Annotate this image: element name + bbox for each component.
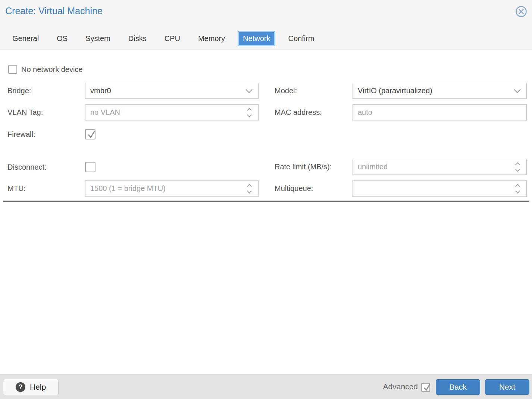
dialog-footer: ? Help Advanced Back Next xyxy=(0,374,532,399)
mac-address-field xyxy=(353,104,527,120)
chevron-down-icon xyxy=(245,86,252,93)
tab-network[interactable]: Network xyxy=(238,31,275,46)
vlan-tag-input[interactable] xyxy=(85,105,258,120)
bridge-label: Bridge: xyxy=(7,86,31,95)
bridge-field xyxy=(85,83,259,99)
rate-limit-input[interactable] xyxy=(353,159,526,175)
mtu-field xyxy=(85,180,259,197)
chevron-up-icon xyxy=(247,184,252,189)
tab-os[interactable]: OS xyxy=(57,34,68,43)
network-tab-panel: No network device Bridge: Model: VLAN Ta… xyxy=(0,50,532,374)
help-button[interactable]: ? Help xyxy=(3,379,59,395)
model-dropdown-trigger[interactable] xyxy=(511,83,523,98)
chevron-up-icon xyxy=(515,162,520,167)
tab-memory[interactable]: Memory xyxy=(198,34,225,43)
chevron-down-icon xyxy=(514,86,520,93)
bridge-input[interactable] xyxy=(85,83,258,98)
chevron-down-icon xyxy=(247,113,252,117)
multiqueue-spinner[interactable] xyxy=(512,181,523,196)
multiqueue-field xyxy=(353,180,527,197)
rate-limit-field xyxy=(353,159,527,175)
wizard-tabs: General OS System Disks CPU Memory Netwo… xyxy=(12,30,314,47)
multiqueue-label: Multiqueue: xyxy=(275,184,313,193)
tab-cpu[interactable]: CPU xyxy=(165,34,180,43)
mac-address-label: MAC address: xyxy=(275,108,322,117)
disconnect-checkbox[interactable] xyxy=(85,162,96,172)
back-button[interactable]: Back xyxy=(436,379,480,395)
advanced-label: Advanced xyxy=(383,382,418,391)
mac-address-input[interactable] xyxy=(353,105,526,120)
model-input[interactable] xyxy=(353,83,526,98)
vlan-tag-label: VLAN Tag: xyxy=(7,108,43,117)
help-button-label: Help xyxy=(30,383,46,392)
chevron-up-icon xyxy=(247,108,252,113)
mtu-input[interactable] xyxy=(85,181,258,196)
vlan-tag-spinner[interactable] xyxy=(244,105,254,120)
mtu-spinner[interactable] xyxy=(244,181,254,196)
firewall-label: Firewall: xyxy=(7,130,35,139)
close-icon[interactable] xyxy=(514,5,528,18)
vlan-tag-field xyxy=(85,104,259,120)
question-circle-icon: ? xyxy=(16,382,25,392)
tab-general[interactable]: General xyxy=(12,34,39,43)
chevron-down-icon xyxy=(515,167,520,172)
tab-system[interactable]: System xyxy=(85,34,110,43)
no-network-device-label: No network device xyxy=(21,65,83,74)
rate-limit-label: Rate limit (MB/s): xyxy=(275,162,332,171)
firewall-checkbox[interactable] xyxy=(85,129,96,139)
advanced-checkbox[interactable] xyxy=(421,383,430,392)
advanced-section-separator xyxy=(3,201,529,202)
dialog-title: Create: Virtual Machine xyxy=(5,6,103,16)
mtu-label: MTU: xyxy=(7,184,26,193)
dialog-header: Create: Virtual Machine General OS Syste… xyxy=(0,0,532,50)
tab-disks[interactable]: Disks xyxy=(128,34,147,43)
model-label: Model: xyxy=(275,86,297,95)
bridge-dropdown-trigger[interactable] xyxy=(243,83,254,98)
chevron-up-icon xyxy=(515,184,520,189)
rate-limit-spinner[interactable] xyxy=(512,159,523,175)
chevron-down-icon xyxy=(247,189,252,194)
multiqueue-input[interactable] xyxy=(353,181,526,196)
disconnect-label: Disconnect: xyxy=(7,163,47,172)
model-field xyxy=(353,83,527,99)
no-network-device-checkbox[interactable] xyxy=(8,65,17,74)
create-vm-dialog: Create: Virtual Machine General OS Syste… xyxy=(0,0,532,399)
tab-confirm[interactable]: Confirm xyxy=(288,34,314,43)
chevron-down-icon xyxy=(515,189,520,194)
next-button[interactable]: Next xyxy=(485,379,529,395)
